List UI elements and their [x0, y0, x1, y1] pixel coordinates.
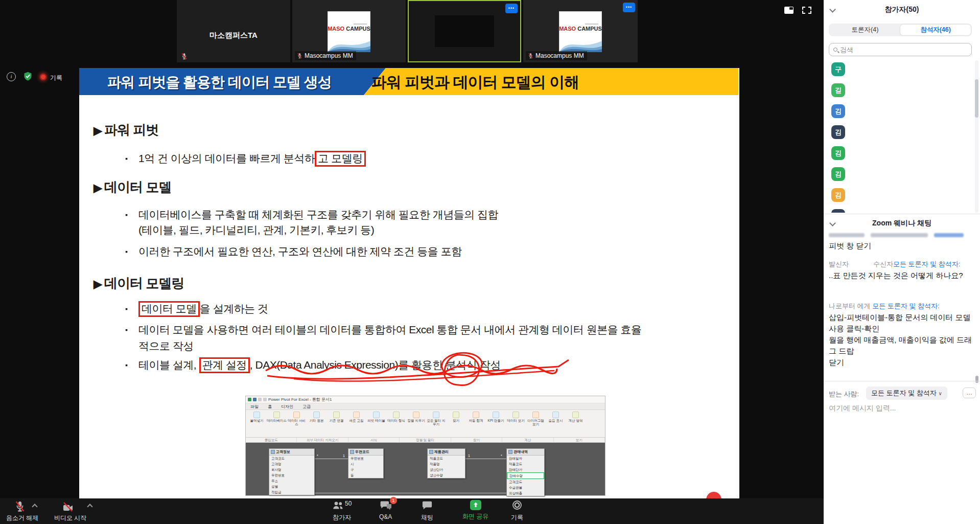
- video-tile-2[interactable]: MASO CAMPUS Masocampus MM: [292, 0, 406, 62]
- pp-ribbon-button[interactable]: 모든 필터 지우기: [426, 412, 446, 426]
- chat-recipient-value[interactable]: 모든 토론자 및 참석자:: [893, 260, 960, 268]
- chat-message: ..표 만든것 지우는 것은 어떻게 하나요?: [829, 270, 976, 281]
- pp-ribbon-button[interactable]: 데이터 서비스: [287, 412, 307, 426]
- pp-ribbon-tab[interactable]: 파일: [246, 403, 263, 409]
- pp-table-field[interactable]: 구: [348, 467, 383, 472]
- start-video-button[interactable]: 비디오 시작: [54, 514, 86, 522]
- pp-ribbon-button[interactable]: 자동 합계: [466, 412, 486, 422]
- bullet-text: 을 설계하는 것: [200, 303, 268, 314]
- pp-ribbon-group-label: 보기: [554, 438, 605, 442]
- unmute-button[interactable]: 음소거 해제: [6, 514, 38, 522]
- pp-table-field[interactable]: 우편번호: [269, 472, 314, 478]
- pp-table-field[interactable]: 고객코드: [507, 479, 544, 485]
- pp-table-field[interactable]: 고객명: [269, 461, 314, 467]
- pp-ribbon-button[interactable]: 데이터 형식: [386, 412, 406, 422]
- participant-avatar[interactable]: 김: [831, 167, 845, 181]
- chat-recipient-dropdown[interactable]: 모든 토론자 및 참석자 ∨: [866, 386, 947, 400]
- pp-table-field[interactable]: 동: [348, 472, 383, 478]
- pp-ribbon-button[interactable]: 다이어그램 보기: [526, 412, 546, 426]
- participant-avatar[interactable]: 김: [831, 146, 845, 160]
- pp-table-field[interactable]: 성별: [269, 484, 314, 489]
- pp-ribbon-tab[interactable]: 고급: [298, 403, 315, 409]
- pp-table-field[interactable]: 제품명: [428, 461, 465, 467]
- record-button[interactable]: 기록: [511, 500, 523, 522]
- tab-panelists[interactable]: 토론자(4): [830, 25, 900, 35]
- pp-table-field[interactable]: 외상매출: [507, 490, 544, 496]
- participants-button[interactable]: 50 참가자: [332, 500, 352, 522]
- video-tile-4[interactable]: MASO CAMPUS ••• Masocampus MM: [523, 0, 638, 62]
- pp-table-field[interactable]: 수금완불: [507, 485, 544, 490]
- participants-scrollbar-thumb[interactable]: [975, 79, 978, 118]
- pp-table-field[interactable]: 생산단가: [428, 467, 465, 472]
- participant-avatar[interactable]: 김: [831, 188, 845, 202]
- pp-table-field[interactable]: 판매수량: [507, 472, 544, 479]
- pp-ribbon-button[interactable]: 계산 영역: [566, 412, 586, 422]
- pp-ribbon-button[interactable]: 기존 연결: [326, 412, 346, 422]
- participant-avatar[interactable]: 김: [831, 104, 845, 118]
- video-off-icon[interactable]: [61, 502, 75, 512]
- participant-search[interactable]: [829, 43, 972, 56]
- chat-scrollbar-thumb[interactable]: [975, 376, 978, 383]
- pp-ribbon-button[interactable]: 찾기: [446, 412, 466, 422]
- pp-table-field[interactable]: 우편번호: [348, 455, 383, 461]
- pp-ribbon-button[interactable]: 데이터베이스: [267, 412, 287, 422]
- pp-table-field[interactable]: 고객코드: [269, 455, 314, 461]
- more-options-button[interactable]: •••: [505, 4, 518, 13]
- pp-table-products[interactable]: 제품관리 제품코드제품명생산단가생산수량: [427, 448, 465, 479]
- pp-ribbon-button[interactable]: 피벗 테이블: [366, 412, 386, 422]
- pp-ribbon-button[interactable]: 숨김 표시: [546, 412, 566, 422]
- chat-button[interactable]: 채팅: [421, 500, 433, 522]
- slide-heading-data-modeling: 데이터 모델링: [94, 275, 184, 292]
- pp-table-customers[interactable]: 고객정보 고객코드고객명회사명우편번호주소성별적립금: [269, 448, 315, 495]
- pp-table-field[interactable]: 판매일자: [507, 455, 544, 461]
- video-options-chevron[interactable]: [87, 504, 92, 509]
- fullscreen-icon[interactable]: [802, 7, 811, 14]
- chat-message: 피벗 창 닫기: [829, 240, 974, 252]
- view-layout-icon[interactable]: [784, 7, 794, 14]
- pp-ribbon-tab[interactable]: 디자인: [276, 403, 298, 409]
- pp-table-sales[interactable]: 판매내역 판매일자제품코드판매단가판매수량고객코드수금완불외상매출: [506, 448, 545, 496]
- redo-icon[interactable]: [263, 398, 267, 401]
- pp-table-field[interactable]: 제품코드: [428, 455, 465, 461]
- pp-ribbon-button[interactable]: 데이터 보기: [506, 412, 526, 422]
- pp-ribbon-tab[interactable]: 홈: [263, 403, 276, 409]
- pp-table-field[interactable]: 제품코드: [507, 461, 544, 467]
- mic-options-chevron[interactable]: [32, 504, 37, 509]
- pp-table-field[interactable]: 판매단가: [507, 467, 544, 472]
- pp-ribbon-button-icon: [413, 412, 419, 418]
- video-tile-1[interactable]: 마소캠퍼스TA: [177, 0, 290, 62]
- video-tile-3-active-speaker[interactable]: •••: [408, 0, 521, 62]
- participant-avatar[interactable]: 구: [831, 62, 845, 76]
- pp-table-field[interactable]: 주소: [269, 478, 314, 484]
- pp-ribbon-button-label: 데이터 형식: [387, 419, 405, 422]
- security-shield-icon[interactable]: [22, 71, 33, 82]
- pp-ribbon-button[interactable]: 새로 고침: [346, 412, 366, 422]
- chat-more-options-button[interactable]: …: [963, 388, 976, 398]
- pp-table-field[interactable]: 회사명: [269, 467, 314, 472]
- pp-ribbon-button[interactable]: KPI 만들기: [486, 412, 506, 422]
- pp-ribbon-button[interactable]: 정렬 지우기: [406, 412, 426, 422]
- pp-table-field[interactable]: 시: [348, 461, 383, 467]
- participant-avatar[interactable]: 김: [831, 125, 845, 139]
- share-screen-button[interactable]: 화면 공유: [462, 500, 488, 521]
- chat-recipient-value[interactable]: 모든 토론자 및 참석자:: [872, 302, 939, 310]
- pp-window-title: Power Pivot For Excel - 통합 문서1: [268, 397, 332, 402]
- pp-table-field[interactable]: 적립금: [269, 489, 314, 495]
- mic-muted-icon[interactable]: [14, 500, 26, 512]
- pp-table-field[interactable]: 생산수량: [428, 472, 465, 478]
- undo-icon[interactable]: [258, 398, 262, 401]
- qa-button[interactable]: 1 Q&A: [379, 500, 392, 520]
- tab-attendees[interactable]: 참석자(46): [900, 25, 971, 35]
- participant-avatar[interactable]: 김: [831, 209, 845, 213]
- search-input[interactable]: [840, 46, 958, 54]
- pp-ribbon-button[interactable]: 붙여넣기: [247, 412, 267, 422]
- pp-table-zipcodes[interactable]: 우편코드 우편번호시구동: [348, 448, 384, 479]
- save-icon[interactable]: [253, 398, 256, 401]
- recording-dot-icon: [40, 74, 46, 80]
- meeting-info-icon[interactable]: i: [7, 72, 16, 81]
- pp-ribbon-button-icon: [353, 412, 360, 418]
- participant-avatar[interactable]: 길: [831, 83, 845, 97]
- chat-message-input[interactable]: [829, 404, 972, 412]
- pp-ribbon-button[interactable]: 기타 원본: [307, 412, 326, 422]
- more-options-button[interactable]: •••: [623, 3, 635, 12]
